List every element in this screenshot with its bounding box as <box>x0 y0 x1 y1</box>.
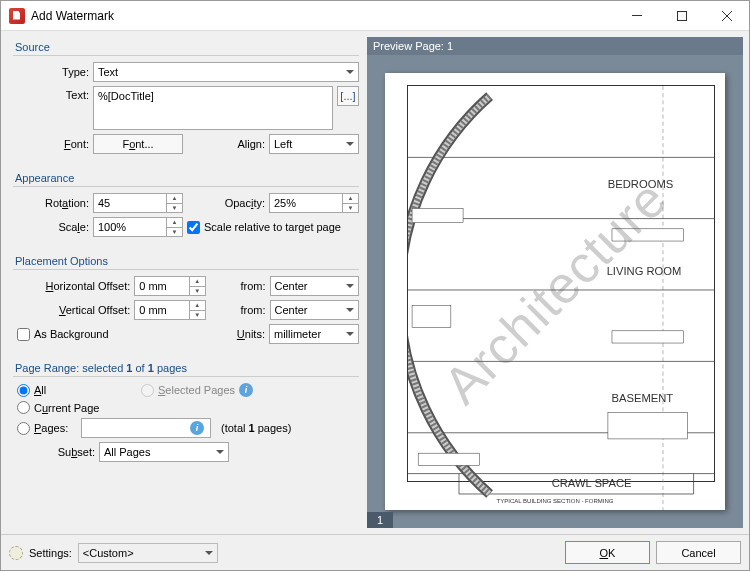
spin-arrows[interactable]: ▲▼ <box>342 194 358 212</box>
appearance-group: Appearance Rotation: 45 ▲▼ Opacity: 25% … <box>7 168 365 247</box>
text-label: Text: <box>13 86 89 101</box>
v-from-label: from: <box>232 304 266 316</box>
opacity-spin[interactable]: 25% ▲▼ <box>269 193 359 213</box>
chevron-down-icon <box>205 551 213 555</box>
h-offset-spin[interactable]: 0 mm ▲▼ <box>134 276 206 296</box>
svg-rect-19 <box>612 331 683 343</box>
scale-label: Scale: <box>13 221 89 233</box>
settings-combo[interactable]: <Custom> <box>78 543 218 563</box>
ok-button[interactable]: OK <box>565 541 650 564</box>
range-selected-radio: Selected Pages <box>141 384 235 397</box>
type-label: Type: <box>13 66 89 78</box>
range-current-input[interactable] <box>17 401 30 414</box>
align-label: Align: <box>225 138 265 150</box>
macro-icon: [...] <box>340 90 355 102</box>
info-icon[interactable]: i <box>190 421 204 435</box>
preview-pane: Preview Page: 1 <box>367 37 743 528</box>
scale-relative-label: Scale relative to target page <box>204 221 341 233</box>
range-all-label: All <box>34 384 46 396</box>
range-all-radio[interactable]: All <box>17 384 137 397</box>
type-combo[interactable]: Text <box>93 62 359 82</box>
range-current-radio[interactable]: Current Page <box>17 401 99 414</box>
units-combo[interactable]: millimeter <box>269 324 359 344</box>
minimize-button[interactable] <box>614 1 659 31</box>
svg-text:BASEMENT: BASEMENT <box>612 392 674 404</box>
rotation-label: Rotation: <box>13 197 89 209</box>
preview-page: BEDROOMS LIVING ROOM BASEMENT CRAWL SPAC… <box>385 73 725 510</box>
close-button[interactable] <box>704 1 749 31</box>
type-value: Text <box>98 66 118 78</box>
units-value: millimeter <box>274 328 321 340</box>
spin-arrows[interactable]: ▲▼ <box>166 194 182 212</box>
rotation-value: 45 <box>94 197 166 209</box>
info-icon[interactable]: i <box>239 383 253 397</box>
appearance-heading: Appearance <box>13 170 359 184</box>
drawing-caption: TYPICAL BUILDING SECTION - FORMING <box>385 498 725 504</box>
h-offset-label: Horizontal Offset: <box>13 280 130 292</box>
pages-input[interactable]: i <box>81 418 211 438</box>
range-selected-label: Selected Pages <box>158 384 235 396</box>
close-icon <box>722 11 732 21</box>
as-background-label: As Background <box>34 328 109 340</box>
scale-value: 100% <box>94 221 166 233</box>
spin-arrows[interactable]: ▲▼ <box>189 301 205 319</box>
preview-header: Preview Page: 1 <box>367 37 743 55</box>
text-input[interactable]: %[DocTitle] <box>93 86 333 130</box>
subset-value: All Pages <box>104 446 150 458</box>
as-background-checkbox[interactable]: As Background <box>17 328 109 341</box>
v-offset-label: Vertical Offset: <box>13 304 130 316</box>
as-background-input[interactable] <box>17 328 30 341</box>
opacity-value: 25% <box>270 197 342 209</box>
window-title: Add Watermark <box>31 9 614 23</box>
rotation-spin[interactable]: 45 ▲▼ <box>93 193 183 213</box>
subset-label: Subset: <box>13 446 95 458</box>
range-all-input[interactable] <box>17 384 30 397</box>
font-label: Font: <box>13 138 89 150</box>
scale-spin[interactable]: 100% ▲▼ <box>93 217 183 237</box>
total-pages-label: (total 1 pages) <box>221 422 291 434</box>
minimize-icon <box>632 15 642 16</box>
source-group: Source Type: Text Text: %[DocTitle] [...… <box>7 37 365 164</box>
chevron-down-icon <box>346 284 354 288</box>
svg-rect-1 <box>677 11 686 20</box>
v-from-combo[interactable]: Center <box>270 300 360 320</box>
add-watermark-dialog: Add Watermark Source Type: Text <box>0 0 750 571</box>
v-offset-value: 0 mm <box>135 304 189 316</box>
spin-arrows[interactable]: ▲▼ <box>189 277 205 295</box>
settings-value: <Custom> <box>83 547 134 559</box>
chevron-down-icon <box>346 142 354 146</box>
h-from-value: Center <box>275 280 308 292</box>
titlebar: Add Watermark <box>1 1 749 31</box>
maximize-button[interactable] <box>659 1 704 31</box>
maximize-icon <box>677 11 687 21</box>
scale-relative-checkbox[interactable]: Scale relative to target page <box>187 221 341 234</box>
spin-arrows[interactable]: ▲▼ <box>166 218 182 236</box>
range-current-label: Current Page <box>34 402 99 414</box>
h-from-combo[interactable]: Center <box>270 276 360 296</box>
opacity-label: Opacity: <box>215 197 265 209</box>
h-from-label: from: <box>232 280 266 292</box>
subset-combo[interactable]: All Pages <box>99 442 229 462</box>
cancel-label: Cancel <box>681 547 715 559</box>
text-value: %[DocTitle] <box>98 90 154 102</box>
font-button[interactable]: Font... <box>93 134 183 154</box>
svg-rect-0 <box>632 15 642 16</box>
range-selected-input <box>141 384 154 397</box>
svg-rect-16 <box>412 208 463 222</box>
h-offset-value: 0 mm <box>135 280 189 292</box>
preview-page-number[interactable]: 1 <box>367 512 393 528</box>
preview-body: BEDROOMS LIVING ROOM BASEMENT CRAWL SPAC… <box>367 55 743 528</box>
range-pages-input[interactable] <box>17 422 30 435</box>
align-combo[interactable]: Left <box>269 134 359 154</box>
range-pages-radio[interactable]: Pages: <box>17 422 77 435</box>
range-pages-label: Pages: <box>34 422 68 434</box>
page-range-heading: Page Range: selected 1 of 1 pages <box>13 360 359 374</box>
align-value: Left <box>274 138 292 150</box>
scale-relative-input[interactable] <box>187 221 200 234</box>
svg-rect-17 <box>412 305 451 327</box>
cancel-button[interactable]: Cancel <box>656 541 741 564</box>
macro-button[interactable]: [...] <box>337 86 359 106</box>
svg-text:CRAWL SPACE: CRAWL SPACE <box>552 477 632 489</box>
v-offset-spin[interactable]: 0 mm ▲▼ <box>134 300 206 320</box>
chevron-down-icon <box>216 450 224 454</box>
